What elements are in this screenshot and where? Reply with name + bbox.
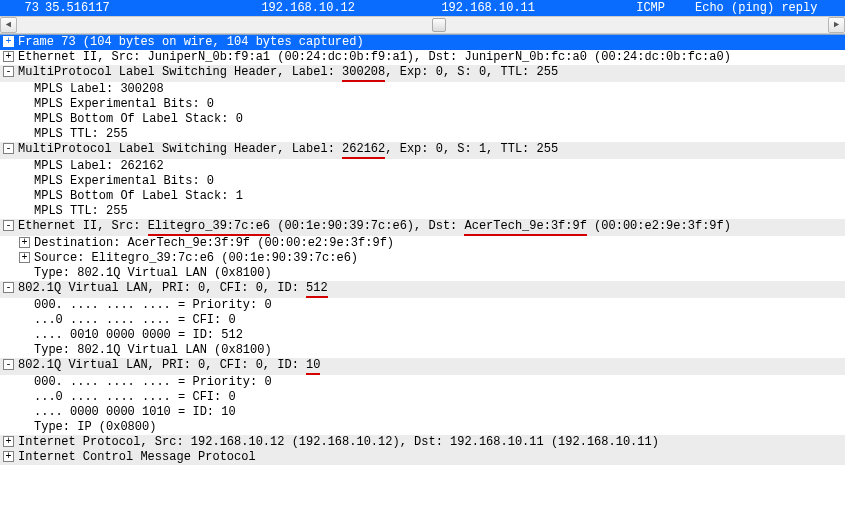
scrollbar-thumb[interactable]	[432, 18, 446, 32]
mpls2-pre: MultiProtocol Label Switching Header, La…	[18, 142, 342, 157]
eth-inner-dst[interactable]: + Destination: AcerTech_9e:3f:9f (00:00:…	[0, 236, 845, 251]
tree-ethernet-inner[interactable]: - Ethernet II, Src: Elitegro_39:7c:e6 (0…	[0, 219, 845, 236]
mpls1-post: , Exp: 0, S: 0, TTL: 255	[385, 65, 558, 80]
eth-outer-summary: Ethernet II, Src: JuniperN_0b:f9:a1 (00:…	[18, 50, 731, 65]
vlan2-id: .... 0000 0000 1010 = ID: 10	[0, 405, 845, 420]
tree-ip[interactable]: + Internet Protocol, Src: 192.168.10.12 …	[0, 435, 845, 450]
scrollbar-left-arrow[interactable]: ◄	[0, 17, 17, 33]
tree-mpls-2[interactable]: - MultiProtocol Label Switching Header, …	[0, 142, 845, 159]
vlan1-id-hl: 512	[306, 281, 328, 298]
mpls2-ttl: MPLS TTL: 255	[0, 204, 845, 219]
vlan1-type: Type: 802.1Q Virtual LAN (0x8100)	[0, 343, 845, 358]
tree-icmp[interactable]: + Internet Control Message Protocol	[0, 450, 845, 465]
mpls2-post: , Exp: 0, S: 1, TTL: 255	[385, 142, 558, 157]
scrollbar-track[interactable]	[17, 17, 828, 33]
eth-inner-src[interactable]: + Source: Elitegro_39:7c:e6 (00:1e:90:39…	[0, 251, 845, 266]
mpls1-pre: MultiProtocol Label Switching Header, La…	[18, 65, 342, 80]
collapse-icon[interactable]: -	[3, 66, 14, 77]
expand-icon[interactable]: +	[19, 237, 30, 248]
tree-mpls-1[interactable]: - MultiProtocol Label Switching Header, …	[0, 65, 845, 82]
mpls1-ttl: MPLS TTL: 255	[0, 127, 845, 142]
tree-vlan-inner[interactable]: - 802.1Q Virtual LAN, PRI: 0, CFI: 0, ID…	[0, 358, 845, 375]
vlan2-id-hl: 10	[306, 358, 320, 375]
vlan1-pri: 000. .... .... .... = Priority: 0	[0, 298, 845, 313]
expand-icon[interactable]: +	[3, 36, 14, 47]
scrollbar-right-arrow[interactable]: ►	[828, 17, 845, 33]
eth-inner-type: Type: 802.1Q Virtual LAN (0x8100)	[0, 266, 845, 281]
ip-summary: Internet Protocol, Src: 192.168.10.12 (1…	[18, 435, 659, 450]
tree-ethernet-outer[interactable]: + Ethernet II, Src: JuniperN_0b:f9:a1 (0…	[0, 50, 845, 65]
vlan2-pri: 000. .... .... .... = Priority: 0	[0, 375, 845, 390]
col-info: Echo (ping) reply	[665, 1, 845, 15]
vlan1-cfi: ...0 .... .... .... = CFI: 0	[0, 313, 845, 328]
mpls2-label: MPLS Label: 262162	[0, 159, 845, 174]
expand-icon[interactable]: +	[3, 451, 14, 462]
col-protocol: ICMP	[535, 1, 665, 15]
collapse-icon[interactable]: -	[3, 359, 14, 370]
expand-icon[interactable]: +	[3, 436, 14, 447]
tree-frame[interactable]: + Frame 73 (104 bytes on wire, 104 bytes…	[0, 35, 845, 50]
collapse-icon[interactable]: -	[3, 282, 14, 293]
mpls1-exp: MPLS Experimental Bits: 0	[0, 97, 845, 112]
collapse-icon[interactable]: -	[3, 143, 14, 154]
eth-inner-dst-hl: AcerTech_9e:3f:9f	[464, 219, 586, 236]
tree-vlan-outer[interactable]: - 802.1Q Virtual LAN, PRI: 0, CFI: 0, ID…	[0, 281, 845, 298]
expand-icon[interactable]: +	[19, 252, 30, 263]
expand-icon[interactable]: +	[3, 51, 14, 62]
col-time: 35.516117	[45, 1, 165, 15]
collapse-icon[interactable]: -	[3, 220, 14, 231]
vlan2-cfi: ...0 .... .... .... = CFI: 0	[0, 390, 845, 405]
col-number: 73	[0, 1, 45, 15]
packet-list-scrollbar[interactable]: ◄ ►	[0, 16, 845, 34]
packet-list-selected-row[interactable]: 73 35.516117 192.168.10.12 192.168.10.11…	[0, 0, 845, 16]
col-source: 192.168.10.12	[165, 1, 355, 15]
mpls2-label-hl: 262162	[342, 142, 385, 159]
vlan1-id: .... 0010 0000 0000 = ID: 512	[0, 328, 845, 343]
mpls1-label: MPLS Label: 300208	[0, 82, 845, 97]
mpls2-exp: MPLS Experimental Bits: 0	[0, 174, 845, 189]
mpls2-bos: MPLS Bottom Of Label Stack: 1	[0, 189, 845, 204]
mpls1-label-hl: 300208	[342, 65, 385, 82]
col-destination: 192.168.10.11	[355, 1, 535, 15]
packet-details-tree[interactable]: + Frame 73 (104 bytes on wire, 104 bytes…	[0, 34, 845, 465]
mpls1-bos: MPLS Bottom Of Label Stack: 0	[0, 112, 845, 127]
vlan2-type: Type: IP (0x0800)	[0, 420, 845, 435]
eth-inner-src-hl: Elitegro_39:7c:e6	[148, 219, 270, 236]
icmp-summary: Internet Control Message Protocol	[18, 450, 256, 465]
frame-summary: Frame 73 (104 bytes on wire, 104 bytes c…	[18, 35, 364, 50]
